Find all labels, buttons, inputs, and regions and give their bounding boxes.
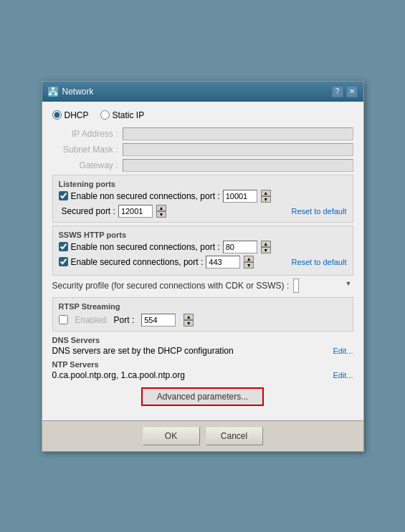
gateway-input[interactable] [123, 159, 353, 172]
ssws-non-secured-spin-up[interactable]: ▲ [261, 241, 271, 247]
dns-edit-link[interactable]: Edit... [333, 347, 353, 355]
rtsp-enabled-checkbox[interactable] [59, 315, 68, 324]
dhcp-radio-label[interactable]: DHCP [52, 110, 89, 120]
rtsp-spinner: ▲ ▼ [184, 314, 194, 327]
listening-reset-link[interactable]: Reset to default [291, 207, 346, 216]
security-profile-label: Security profile (for secured connection… [52, 281, 290, 291]
close-button[interactable]: ✕ [346, 86, 358, 97]
ssws-non-secured-row: Enable non secured connections, port : ▲… [59, 241, 347, 253]
rtsp-spin-up[interactable]: ▲ [184, 314, 194, 320]
listening-ports-header: Listening ports [59, 180, 347, 188]
ssws-reset-link[interactable]: Reset to default [291, 258, 346, 266]
ssws-secured-port-input[interactable] [206, 256, 240, 269]
security-profile-select[interactable] [293, 279, 299, 293]
svg-rect-2 [54, 93, 57, 95]
ssws-secured-spinner: ▲ ▼ [244, 256, 254, 269]
non-secured-label: Enable non secured connections, port : [71, 191, 220, 201]
subnet-mask-label: Subnet Mask : [58, 145, 123, 155]
non-secured-port-input[interactable] [223, 190, 257, 203]
ssws-secured-spin-up[interactable]: ▲ [244, 256, 254, 262]
security-profile-row: Security profile (for secured connection… [52, 279, 353, 293]
ssws-non-secured-left: Enable non secured connections, port : ▲… [59, 241, 271, 253]
static-ip-label: Static IP [113, 110, 145, 120]
ntp-servers-text: 0.ca.pool.ntp.org, 1.ca.pool.ntp.org [52, 370, 185, 380]
ntp-section: NTP Servers 0.ca.pool.ntp.org, 1.ca.pool… [52, 360, 353, 380]
non-secured-left: Enable non secured connections, port : ▲… [59, 190, 271, 203]
ip-address-row: IP Address : [52, 127, 353, 140]
ssws-header: SSWS HTTP ports [59, 231, 347, 239]
rtsp-section: RTSP Streaming Enabled Port : ▲ ▼ [52, 297, 353, 332]
ssws-non-secured-spin-down[interactable]: ▼ [261, 247, 271, 253]
ip-mode-row: DHCP Static IP [52, 110, 353, 120]
static-ip-radio-label[interactable]: Static IP [100, 110, 145, 120]
dns-header: DNS Servers [52, 336, 353, 344]
listening-ports-section: Listening ports Enable non secured conne… [52, 175, 353, 223]
ssws-http-section: SSWS HTTP ports Enable non secured conne… [52, 226, 353, 276]
title-bar-controls: ? ✕ [332, 86, 358, 97]
secured-port-row: Secured port : ▲ ▼ Reset to default [59, 205, 347, 218]
cancel-button[interactable]: Cancel [206, 427, 263, 445]
secured-port-input[interactable] [118, 205, 153, 218]
ssws-secured-spin-down[interactable]: ▼ [244, 262, 254, 269]
rtsp-port-input[interactable] [141, 314, 176, 327]
ssws-non-secured-port-input[interactable] [223, 241, 257, 253]
dhcp-radio[interactable] [52, 110, 62, 120]
non-secured-spin-up[interactable]: ▲ [261, 190, 271, 196]
ntp-header: NTP Servers [52, 360, 353, 369]
gateway-row: Gateway : [52, 159, 353, 172]
ssws-non-secured-label: Enable non secured connections, port : [71, 242, 220, 252]
secured-spinner: ▲ ▼ [156, 205, 166, 218]
rtsp-header: RTSP Streaming [59, 302, 347, 311]
dns-row: DNS servers are set by the DHCP configur… [52, 346, 353, 356]
non-secured-row: Enable non secured connections, port : ▲… [59, 190, 347, 203]
ntp-row: 0.ca.pool.ntp.org, 1.ca.pool.ntp.org Edi… [52, 370, 353, 380]
secured-port-left: Secured port : ▲ ▼ [59, 205, 166, 218]
static-ip-radio[interactable] [100, 110, 110, 120]
network-svg [49, 87, 57, 96]
subnet-mask-row: Subnet Mask : [52, 143, 353, 156]
rtsp-spin-down[interactable]: ▼ [184, 320, 194, 327]
bottom-bar: OK Cancel [42, 420, 363, 451]
secured-spin-down[interactable]: ▼ [156, 211, 166, 218]
non-secured-spinner: ▲ ▼ [261, 190, 271, 203]
non-secured-spin-down[interactable]: ▼ [261, 196, 271, 203]
ssws-non-secured-checkbox[interactable] [59, 242, 68, 251]
advanced-parameters-button[interactable]: Advanced parameters... [141, 387, 264, 406]
subnet-mask-input[interactable] [123, 143, 353, 156]
ntp-edit-link[interactable]: Edit... [333, 371, 353, 379]
rtsp-enabled-label: Enabled [75, 315, 107, 325]
dhcp-label: DHCP [65, 110, 89, 120]
dns-info-text: DNS servers are set by the DHCP configur… [52, 346, 234, 356]
ssws-secured-label: Enable secured connections, port : [71, 257, 204, 267]
secured-port-label: Secured port : [62, 206, 115, 216]
gateway-label: Gateway : [58, 160, 123, 170]
rtsp-row: Enabled Port : ▲ ▼ [59, 314, 347, 327]
ok-button[interactable]: OK [143, 427, 200, 445]
network-dialog: Network ? ✕ DHCP Static IP IP Address : … [42, 81, 364, 452]
select-arrow-icon: ▼ [346, 280, 352, 287]
ip-address-label: IP Address : [58, 129, 123, 139]
ssws-secured-left: Enable secured connections, port : ▲ ▼ [59, 256, 254, 269]
dns-section: DNS Servers DNS servers are set by the D… [52, 336, 353, 356]
ssws-non-secured-spinner: ▲ ▼ [261, 241, 271, 253]
title-bar: Network ? ✕ [42, 82, 363, 102]
ssws-secured-checkbox[interactable] [59, 257, 68, 266]
title-bar-left: Network [48, 87, 94, 97]
security-profile-wrapper: ▼ [293, 279, 353, 293]
network-icon [48, 87, 58, 97]
help-button[interactable]: ? [332, 86, 343, 97]
svg-rect-1 [49, 93, 52, 95]
non-secured-checkbox[interactable] [59, 191, 68, 200]
ip-address-input[interactable] [123, 127, 353, 140]
svg-rect-0 [52, 87, 54, 90]
dialog-content: DHCP Static IP IP Address : Subnet Mask … [42, 102, 363, 420]
window-title: Network [62, 87, 94, 97]
rtsp-port-label: Port : [114, 315, 135, 325]
ssws-secured-row: Enable secured connections, port : ▲ ▼ R… [59, 256, 347, 269]
secured-spin-up[interactable]: ▲ [156, 205, 166, 211]
